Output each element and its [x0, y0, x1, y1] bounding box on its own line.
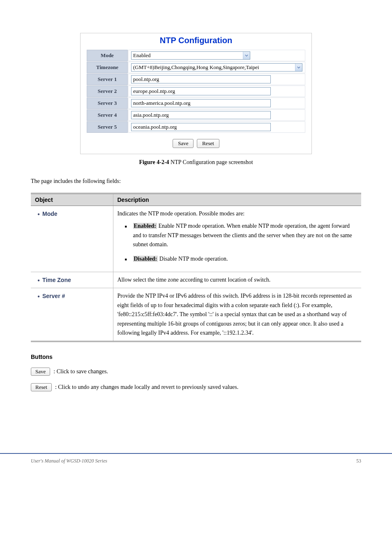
mode-label: Mode [87, 50, 128, 61]
server2-label: Server 2 [87, 86, 128, 97]
enabled-label: Enabled: [133, 223, 157, 229]
table-row: ● Time Zone Allow select the time zone a… [31, 272, 361, 288]
table-row: ● Mode Indicates the NTP mode operation.… [31, 206, 361, 272]
server-desc: Provide the NTP IPv4 or IPv6 address of … [113, 288, 361, 342]
col-header-object: Object [31, 194, 113, 206]
enabled-text: Enable NTP mode operation. When enable N… [133, 223, 352, 247]
timezone-select[interactable]: (GMT+8)Beijing,Chongqing,Hong Kong,Singa… [131, 63, 302, 72]
timezone-label: Timezone [87, 62, 128, 73]
page-number: 53 [356, 458, 361, 464]
server3-input[interactable]: north-america.pool.ntp.org [131, 99, 271, 107]
config-table: Mode Enabled Timezone (GMT+8)Beijing,Cho… [86, 49, 306, 133]
save-desc: : Click to save changes. [53, 368, 108, 375]
object-description-table: Object Description ● Mode Indicates the … [31, 193, 361, 342]
save-button[interactable]: Save [173, 139, 194, 148]
save-button-inline[interactable]: Save [31, 368, 50, 376]
panel-title: NTP Configuration [86, 36, 306, 45]
object-mode: Mode [42, 209, 58, 218]
buttons-heading: Buttons [31, 354, 361, 360]
figure-number: Figure 4-2-4 [139, 159, 171, 165]
page-footer: User's Manual of WGSD-10020 Series 53 [0, 453, 392, 472]
reset-button-inline[interactable]: Reset [31, 383, 52, 391]
server1-input[interactable]: pool.ntp.org [131, 75, 271, 83]
bullet-icon: ● [35, 291, 42, 300]
server5-label: Server 5 [87, 121, 128, 133]
square-bullet-icon: ■ [125, 222, 133, 229]
object-timezone: Time Zone [42, 275, 71, 284]
server3-label: Server 3 [87, 97, 128, 109]
chevron-down-icon [295, 64, 302, 71]
mode-desc-intro: Indicates the NTP mode operation. Possib… [118, 209, 357, 218]
chevron-down-icon [243, 52, 250, 59]
bullet-icon: ● [35, 275, 42, 284]
timezone-select-value: (GMT+8)Beijing,Chongqing,Hong Kong,Singa… [133, 64, 259, 71]
server4-input[interactable]: asia.pool.ntp.org [131, 111, 271, 119]
mode-select-value: Enabled [133, 52, 151, 59]
caption-text: NTP Configuration page screenshot [171, 159, 253, 165]
mode-select[interactable]: Enabled [131, 51, 250, 60]
section-intro: The page includes the following fields: [31, 178, 361, 185]
table-row: ● Server # Provide the NTP IPv4 or IPv6 … [31, 288, 361, 342]
reset-button[interactable]: Reset [197, 139, 219, 148]
col-header-description: Description [113, 194, 361, 206]
square-bullet-icon: ■ [125, 254, 133, 262]
disabled-label: Disabled: [133, 256, 158, 262]
ntp-config-screenshot: NTP Configuration Mode Enabled Timezone [80, 33, 312, 154]
disabled-text: Disable NTP mode operation. [158, 256, 228, 262]
footer-left: User's Manual of WGSD-10020 Series [31, 458, 107, 464]
reset-desc: : Click to undo any changes made locally… [55, 384, 238, 391]
bullet-icon: ● [35, 209, 42, 217]
server1-label: Server 1 [87, 74, 128, 85]
server5-input[interactable]: oceania.pool.ntp.org [131, 123, 271, 131]
object-server: Server # [42, 291, 65, 301]
figure-caption: Figure 4-2-4 NTP Configuration page scre… [31, 159, 361, 166]
server2-input[interactable]: europe.pool.ntp.org [131, 87, 271, 95]
timezone-desc: Allow select the time zone according to … [113, 272, 361, 288]
server4-label: Server 4 [87, 109, 128, 121]
